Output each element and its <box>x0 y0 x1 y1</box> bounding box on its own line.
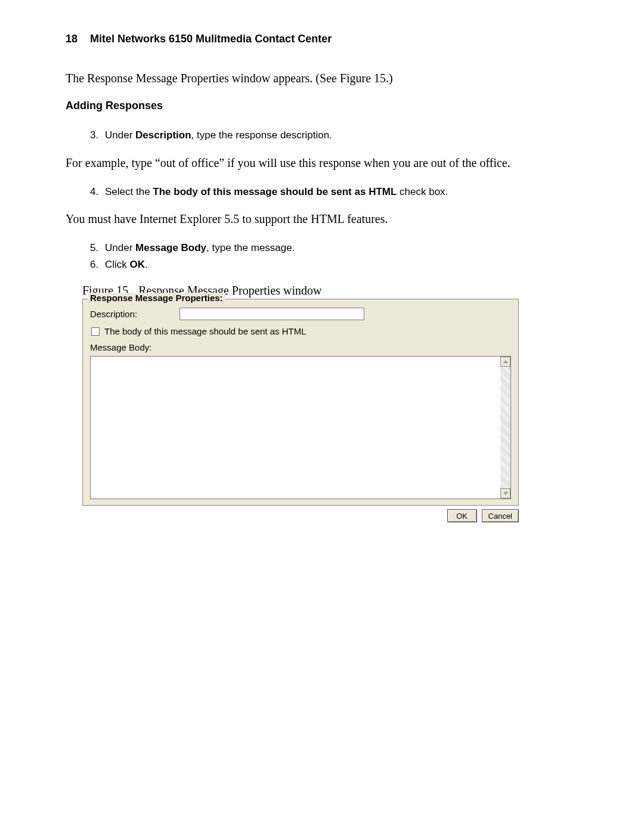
html-checkbox-label: The body of this message should be sent … <box>104 326 306 336</box>
message-body-label: Message Body: <box>90 342 511 352</box>
step-5: Under Message Body, type the message. <box>101 240 578 256</box>
step-list-5-6: Under Message Body, type the message. Cl… <box>66 240 578 272</box>
message-body-area <box>90 356 511 499</box>
step-6-suffix: . <box>145 259 148 270</box>
step-6: Click OK. <box>101 257 578 272</box>
group-title: Response Message Properties: <box>88 293 225 303</box>
scroll-down-button[interactable] <box>500 488 510 498</box>
dialog-buttons: OK Cancel <box>82 509 519 522</box>
description-input[interactable] <box>179 308 364 320</box>
document-page: 18 Mitel Networks 6150 Mulitmedia Contac… <box>0 0 644 833</box>
message-body-input[interactable] <box>91 357 500 498</box>
subheading-adding-responses: Adding Responses <box>66 100 578 112</box>
properties-panel: Response Message Properties: Description… <box>82 299 519 522</box>
step-4: Select the The body of this message shou… <box>101 184 578 200</box>
step-3-bold: Description <box>135 129 191 141</box>
step-5-bold: Message Body <box>135 242 206 253</box>
scroll-up-button[interactable] <box>500 357 510 367</box>
step-6-prefix: Click <box>105 259 130 270</box>
step-3-prefix: Under <box>105 129 135 141</box>
html-checkbox[interactable] <box>91 327 100 336</box>
page-header: 18 Mitel Networks 6150 Mulitmedia Contac… <box>66 33 578 45</box>
step-4-prefix: Select the <box>105 186 153 197</box>
para-after-step-3: For example, type “out of office” if you… <box>66 155 578 171</box>
step-5-suffix: , type the message. <box>206 242 295 253</box>
arrow-down-icon <box>503 492 508 495</box>
step-5-prefix: Under <box>105 242 135 253</box>
step-6-bold: OK <box>130 259 145 270</box>
cancel-button[interactable]: Cancel <box>482 509 519 522</box>
html-checkbox-row[interactable]: The body of this message should be sent … <box>91 326 511 336</box>
step-list-3: Under Description, type the response des… <box>66 128 578 143</box>
ok-button[interactable]: OK <box>447 509 477 522</box>
description-label: Description: <box>90 309 179 319</box>
response-message-properties-group: Response Message Properties: Description… <box>82 299 519 506</box>
page-number: 18 <box>66 33 78 45</box>
step-3: Under Description, type the response des… <box>101 128 578 143</box>
arrow-up-icon <box>503 360 508 363</box>
intro-paragraph: The Response Message Properties window a… <box>66 70 578 86</box>
para-after-step-4: You must have Internet Explorer 5.5 to s… <box>66 211 578 227</box>
step-list-4: Select the The body of this message shou… <box>66 184 578 200</box>
step-4-suffix: check box. <box>397 186 448 197</box>
scrollbar[interactable] <box>500 357 510 498</box>
step-4-bold: The body of this message should be sent … <box>153 186 397 197</box>
page-header-title: Mitel Networks 6150 Mulitmedia Contact C… <box>90 33 332 45</box>
description-row: Description: <box>90 308 511 320</box>
step-3-suffix: , type the response description. <box>191 129 332 141</box>
